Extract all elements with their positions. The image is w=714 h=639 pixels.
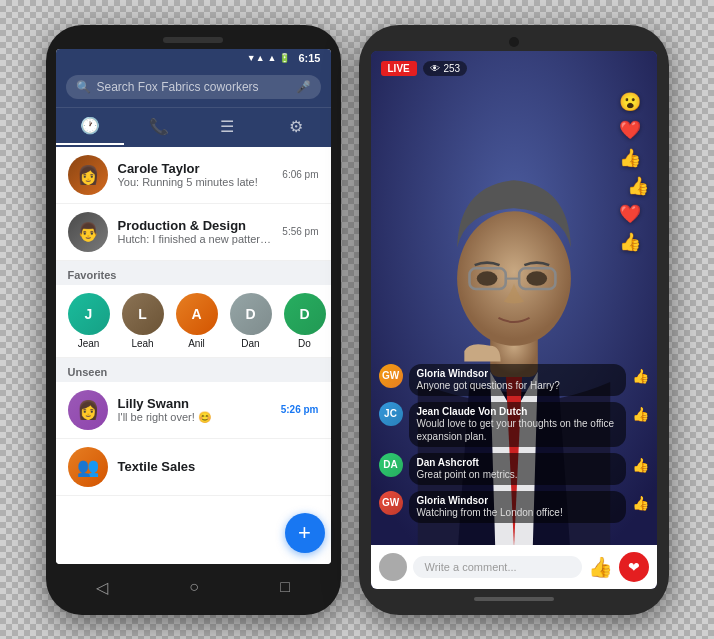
chat-preview-production: Hutch: I finished a new pattern... [118,233,273,245]
wifi-icon: ▲ [268,53,277,63]
like-dan[interactable]: 👍 [632,453,649,473]
reaction-3: 👍 [619,147,649,169]
fav-avatar-leah: L [122,293,164,335]
battery-icon: 🔋 [279,53,290,63]
comment-gloria-1: GW Gloria Windsor Anyone got questions f… [379,364,649,396]
ios-phone: LIVE 👁 253 😮 ❤️ 👍 👍 ❤️ 👍 [359,25,669,615]
tab-settings[interactable]: ⚙ [262,108,331,145]
phones-container: ▼▲ ▲ 🔋 6:15 🔍 Search Fox Fabrics coworke… [46,25,669,615]
chat-item-carole[interactable]: 👩 Carole Taylor You: Running 5 minutes l… [56,147,331,204]
fav-name-anil: Anil [188,338,205,349]
chat-preview-lilly: I'll be right over! 😊 [118,411,271,424]
android-phone: ▼▲ ▲ 🔋 6:15 🔍 Search Fox Fabrics coworke… [46,25,341,615]
fav-name-jean: Jean [78,338,100,349]
send-heart-button[interactable]: ❤ [619,552,649,582]
fab-button[interactable]: + [285,513,325,553]
status-time: 6:15 [298,52,320,64]
reaction-6: 👍 [619,231,649,253]
search-icon: 🔍 [76,80,91,94]
avatar-gloria-1: GW [379,364,403,388]
top-notch [371,37,657,47]
comment-input[interactable]: Write a comment... [413,556,582,578]
fav-do[interactable]: D Do [284,293,326,349]
bubble-gloria-1: Gloria Windsor Anyone got questions for … [409,364,626,396]
back-button[interactable]: ◁ [96,578,108,597]
android-nav-bottom: ◁ ○ □ [56,570,331,605]
text-gloria-1: Anyone got questions for Harry? [417,379,618,392]
chat-time-production: 5:56 pm [282,226,318,237]
text-jean: Would love to get your thoughts on the o… [417,417,618,443]
front-camera [509,37,519,47]
avatar-dan: DA [379,453,403,477]
fav-avatar-jean: J [68,293,110,335]
chat-list: 👩 Carole Taylor You: Running 5 minutes l… [56,147,331,564]
avatar-lilly: 👩 [68,390,108,430]
chat-item-lilly[interactable]: 👩 Lilly Swann I'll be right over! 😊 5:26… [56,382,331,439]
live-screen: LIVE 👁 253 😮 ❤️ 👍 👍 ❤️ 👍 [371,51,657,589]
svg-point-7 [526,271,547,285]
like-gloria-1[interactable]: 👍 [632,364,649,384]
favorites-row: J Jean L Leah A Anil D Dan [56,285,331,358]
reactions-overlay: 😮 ❤️ 👍 👍 ❤️ 👍 [619,91,649,253]
like-gloria-2[interactable]: 👍 [632,491,649,511]
like-jean[interactable]: 👍 [632,402,649,422]
svg-point-6 [476,271,497,285]
fav-name-leah: Leah [131,338,153,349]
reaction-4: 👍 [627,175,649,197]
fav-leah[interactable]: L Leah [122,293,164,349]
home-indicator[interactable] [474,597,554,601]
status-bar: ▼▲ ▲ 🔋 6:15 [56,49,331,67]
fav-avatar-do: D [284,293,326,335]
search-bar: 🔍 Search Fox Fabrics coworkers 🎤 [56,67,331,107]
list-icon: ☰ [220,117,234,136]
chat-time-carole: 6:06 pm [282,169,318,180]
chat-name-lilly: Lilly Swann [118,396,271,411]
send-thumb-icon[interactable]: 👍 [588,555,613,579]
chat-item-production[interactable]: 👨 Production & Design Hutch: I finished … [56,204,331,261]
search-input-wrap[interactable]: 🔍 Search Fox Fabrics coworkers 🎤 [66,75,321,99]
phone-icon: 📞 [149,117,169,136]
eye-icon: 👁 [430,63,440,74]
name-jean: Jean Claude Von Dutch [417,406,618,417]
tab-recent[interactable]: 🕐 [56,108,125,145]
tab-calls[interactable]: 📞 [124,108,193,145]
thumb-icon-2: 👍 [632,406,649,422]
chat-item-textile[interactable]: 👥 Textile Sales [56,439,331,496]
fav-avatar-anil: A [176,293,218,335]
name-dan: Dan Ashcroft [417,457,618,468]
recents-button[interactable]: □ [280,578,290,596]
name-gloria-1: Gloria Windsor [417,368,618,379]
ios-screen: LIVE 👁 253 😮 ❤️ 👍 👍 ❤️ 👍 [371,51,657,589]
bubble-jean: Jean Claude Von Dutch Would love to get … [409,402,626,447]
chat-info-lilly: Lilly Swann I'll be right over! 😊 [118,396,271,424]
viewers-count: 253 [444,63,461,74]
fav-anil[interactable]: A Anil [176,293,218,349]
fav-dan[interactable]: D Dan [230,293,272,349]
mic-icon: 🎤 [296,80,311,94]
comments-overlay: GW Gloria Windsor Anyone got questions f… [371,356,657,537]
unseen-header: Unseen [56,358,331,382]
clock-icon: 🕐 [80,116,100,135]
text-gloria-2: Watching from the London office! [417,506,618,519]
fav-name-dan: Dan [241,338,259,349]
comment-user-avatar [379,553,407,581]
text-dan: Great point on metrics. [417,468,618,481]
home-button[interactable]: ○ [189,578,199,596]
viewers-badge: 👁 253 [423,61,468,76]
chat-name-textile: Textile Sales [118,459,319,474]
status-icons: ▼▲ ▲ 🔋 [247,53,291,63]
chat-info-textile: Textile Sales [118,459,319,474]
avatar-gloria-2: GW [379,491,403,515]
chat-name-carole: Carole Taylor [118,161,273,176]
search-placeholder: Search Fox Fabrics coworkers [97,80,290,94]
comment-dan: DA Dan Ashcroft Great point on metrics. … [379,453,649,485]
comment-jean: JC Jean Claude Von Dutch Would love to g… [379,402,649,447]
tab-groups[interactable]: ☰ [193,108,262,145]
heart-icon: ❤ [628,559,640,575]
live-badge: LIVE [381,61,417,76]
thumb-icon-3: 👍 [632,457,649,473]
fav-jean[interactable]: J Jean [68,293,110,349]
avatar-carole: 👩 [68,155,108,195]
signal-icon: ▼▲ [247,53,265,63]
fav-avatar-dan: D [230,293,272,335]
